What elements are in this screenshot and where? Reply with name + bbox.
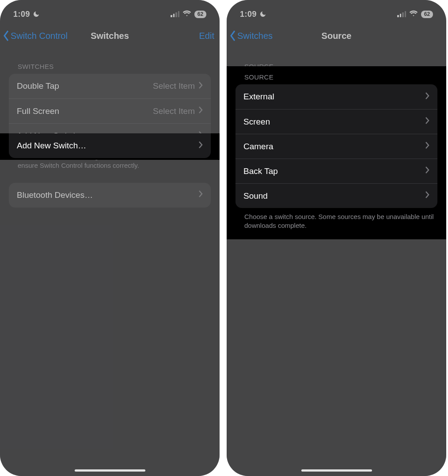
status-time: 1:09 — [240, 10, 257, 19]
row-label: Bluetooth Devices… — [17, 190, 93, 200]
home-indicator[interactable] — [75, 469, 145, 472]
back-label: Switch Control — [11, 31, 68, 41]
nav-bar: Switch Control Switches Edit — [0, 24, 220, 50]
row-detail: Select Item — [153, 106, 195, 116]
back-button[interactable]: Switch Control — [3, 30, 68, 42]
row-label: Back Tap — [243, 166, 278, 176]
chevron-right-icon — [425, 141, 429, 151]
row-label: Double Tap — [17, 81, 59, 91]
row-label: Full Screen — [17, 106, 59, 116]
row-bluetooth-devices[interactable]: Bluetooth Devices… — [9, 183, 211, 208]
row-back-tap-highlight[interactable]: Back Tap — [235, 159, 437, 183]
moon-icon — [33, 11, 40, 18]
row-detail: Select Item — [153, 81, 195, 91]
moon-icon — [259, 11, 266, 18]
home-indicator[interactable] — [301, 469, 372, 472]
row-sound-highlight[interactable]: Sound — [235, 183, 437, 208]
wifi-icon — [409, 9, 418, 19]
bluetooth-group: Bluetooth Devices… — [9, 183, 211, 208]
phone-left: 1:09 62 Switch Control Switches Edit SWI… — [0, 0, 220, 476]
cellular-icon — [397, 11, 406, 17]
section-header-switches: SWITCHES — [0, 50, 220, 74]
chevron-right-icon — [198, 190, 203, 200]
row-label: External — [243, 92, 274, 102]
chevron-right-icon — [425, 191, 429, 201]
battery-badge: 62 — [421, 11, 433, 18]
chevron-right-icon — [198, 106, 203, 116]
row-screen-highlight[interactable]: Screen — [235, 109, 437, 134]
content-area: SWITCHES Double Tap Select Item Full Scr… — [0, 50, 220, 476]
chevron-right-icon — [198, 81, 203, 91]
nav-bar: Switches Source — [227, 24, 446, 50]
chevron-left-icon — [3, 30, 10, 42]
back-button[interactable]: Switches — [229, 30, 273, 42]
chevron-left-icon — [229, 30, 236, 42]
row-label: Sound — [243, 191, 268, 201]
row-add-new-switch-highlight[interactable]: Add New Switch… — [9, 133, 211, 158]
chevron-right-icon — [425, 92, 429, 102]
row-label: Add New Switch… — [17, 141, 86, 151]
row-camera-highlight[interactable]: Camera — [235, 134, 437, 159]
footer-note-highlight: Choose a switch source. Some sources may… — [227, 208, 446, 230]
back-label: Switches — [237, 31, 273, 41]
edit-button[interactable]: Edit — [199, 31, 214, 41]
row-full-screen[interactable]: Full Screen Select Item — [9, 98, 211, 123]
chevron-right-icon — [198, 141, 203, 151]
chevron-right-icon — [425, 166, 429, 176]
status-time: 1:09 — [13, 10, 30, 19]
chevron-right-icon — [425, 117, 429, 127]
battery-badge: 62 — [194, 11, 206, 18]
row-external-highlight[interactable]: External — [235, 84, 437, 109]
phone-right: 1:09 62 Switches Source SOURCE External … — [227, 0, 446, 476]
wifi-icon — [182, 9, 191, 19]
cellular-icon — [171, 11, 179, 17]
section-header-source-highlight: SOURCE — [227, 66, 446, 84]
row-label: Screen — [243, 117, 270, 127]
status-bar: 1:09 62 — [227, 0, 446, 24]
row-label: Camera — [243, 142, 273, 151]
row-double-tap[interactable]: Double Tap Select Item — [9, 74, 211, 98]
status-bar: 1:09 62 — [0, 0, 220, 24]
